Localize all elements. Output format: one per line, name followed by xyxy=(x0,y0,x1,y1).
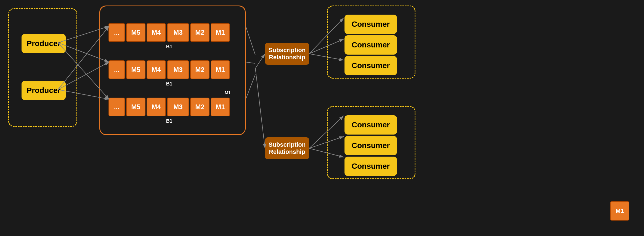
cell-m3-2: M3 xyxy=(167,60,189,79)
cell-dots-3: ... xyxy=(108,98,125,116)
cell-dots-2: ... xyxy=(108,60,125,79)
producer-label-1: Producer xyxy=(27,39,61,48)
svg-line-7 xyxy=(246,26,255,55)
cell-m4-2: M4 xyxy=(147,60,166,79)
cell-m1-3: M1 M1 xyxy=(211,98,230,116)
queue-label-2: B1 xyxy=(166,81,172,87)
cell-m4-3: M4 xyxy=(147,98,166,116)
cell-m5-3: M5 xyxy=(126,98,145,116)
producer-container: Producer Producer xyxy=(8,8,77,127)
cell-m3-1: M3 xyxy=(167,23,189,42)
cell-m2-2: M2 xyxy=(190,60,210,79)
consumer-label-1-1: Consumer xyxy=(352,20,390,29)
svg-line-10 xyxy=(255,54,265,68)
legend-m1-label: M1 xyxy=(616,207,624,214)
queue-row-3: ... M5 M4 M3 M2 M1 M1 B1 xyxy=(108,96,230,118)
legend-m1-box: M1 xyxy=(610,201,629,221)
cell-m1-1: M1 xyxy=(211,23,230,42)
subscription-rel-2: SubscriptionRelationship xyxy=(265,137,309,159)
consumer-label-1-2: Consumer xyxy=(352,41,390,49)
subscription-rel-1: SubscriptionRelationship xyxy=(265,43,309,65)
consumer-label-2-1: Consumer xyxy=(352,120,390,129)
queue-label-3: B1 xyxy=(166,118,172,124)
svg-line-8 xyxy=(246,62,255,63)
cell-m2-3: M2 xyxy=(190,98,210,116)
producer-box-1: Producer xyxy=(22,34,66,53)
cell-m5-1: M5 xyxy=(126,23,145,42)
consumer-box-2-2: Consumer xyxy=(344,136,397,155)
cell-m1-2: M1 xyxy=(211,60,230,79)
cell-m5-2: M5 xyxy=(126,60,145,79)
producer-box-2: Producer xyxy=(22,81,66,100)
arrows-overlay xyxy=(0,0,644,236)
queue-row-1: ... M5 M4 M3 M2 M1 B1 xyxy=(108,22,230,44)
consumer-box-1-1: Consumer xyxy=(344,15,397,34)
consumer-box-1-3: Consumer xyxy=(344,56,397,75)
consumer-box-2-3: Consumer xyxy=(344,157,397,176)
cell-dots-1: ... xyxy=(108,23,125,42)
queue-label-1: B1 xyxy=(166,44,172,50)
sub-rel-label-2: SubscriptionRelationship xyxy=(269,141,306,155)
cell-m4-1: M4 xyxy=(147,23,166,42)
topic-container: ... M5 M4 M3 M2 M1 B1 ... M5 M4 M3 M2 M1… xyxy=(99,6,246,135)
consumer-group-2: Consumer Consumer Consumer xyxy=(327,106,415,179)
consumer-label-2-3: Consumer xyxy=(352,162,390,171)
consumer-group-1: Consumer Consumer Consumer xyxy=(327,6,415,79)
svg-line-9 xyxy=(246,74,255,99)
producer-label-2: Producer xyxy=(27,86,61,95)
consumer-box-1-2: Consumer xyxy=(344,35,397,55)
cell-m2-1: M2 xyxy=(190,23,210,42)
consumer-box-2-1: Consumer xyxy=(344,115,397,135)
svg-line-11 xyxy=(255,68,265,148)
sub-rel-label-1: SubscriptionRelationship xyxy=(269,47,306,61)
consumer-label-1-3: Consumer xyxy=(352,61,390,70)
queue-row-2: ... M5 M4 M3 M2 M1 B1 xyxy=(108,59,230,81)
consumer-label-2-2: Consumer xyxy=(352,141,390,150)
cell-m3-3: M3 xyxy=(167,98,189,116)
